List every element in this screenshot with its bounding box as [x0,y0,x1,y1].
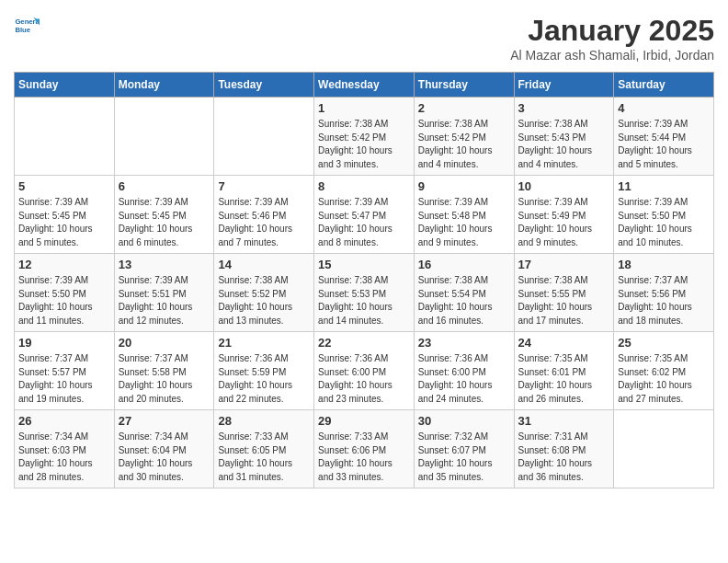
logo-icon: General Blue [14,14,40,40]
day-info: Sunrise: 7:36 AMSunset: 6:00 PMDaylight:… [318,352,410,406]
header-row: SundayMondayTuesdayWednesdayThursdayFrid… [15,73,714,98]
day-number: 28 [218,414,310,428]
day-number: 14 [218,258,310,271]
calendar-cell: 5Sunrise: 7:39 AMSunset: 5:45 PMDaylight… [15,176,115,254]
day-info: Sunrise: 7:33 AMSunset: 6:06 PMDaylight:… [318,431,410,484]
calendar-cell: 2Sunrise: 7:38 AMSunset: 5:42 PMDaylight… [414,98,514,176]
calendar-cell: 1Sunrise: 7:38 AMSunset: 5:42 PMDaylight… [314,98,415,176]
day-number: 10 [518,179,610,193]
weekday-header: Sunday [15,73,115,98]
calendar-cell: 31Sunrise: 7:31 AMSunset: 6:08 PMDayligh… [514,410,614,488]
title-block: January 2025 Al Mazar ash Shamali, Irbid… [510,14,714,63]
calendar-cell: 21Sunrise: 7:36 AMSunset: 5:59 PMDayligh… [214,332,314,410]
day-info: Sunrise: 7:38 AMSunset: 5:55 PMDaylight:… [518,274,610,327]
day-info: Sunrise: 7:39 AMSunset: 5:45 PMDaylight:… [18,196,110,249]
calendar-title: January 2025 [510,14,714,48]
day-info: Sunrise: 7:38 AMSunset: 5:42 PMDaylight:… [318,118,410,171]
day-number: 6 [119,179,210,193]
day-number: 25 [618,336,710,350]
weekday-header: Monday [114,73,214,98]
day-info: Sunrise: 7:38 AMSunset: 5:43 PMDaylight:… [518,118,610,171]
calendar-cell: 4Sunrise: 7:39 AMSunset: 5:44 PMDaylight… [614,98,714,176]
weekday-header: Thursday [414,73,514,98]
day-number: 24 [518,336,610,350]
calendar-week-row: 1Sunrise: 7:38 AMSunset: 5:42 PMDaylight… [15,98,714,176]
calendar-cell: 28Sunrise: 7:33 AMSunset: 6:05 PMDayligh… [214,410,314,488]
calendar-cell: 30Sunrise: 7:32 AMSunset: 6:07 PMDayligh… [414,410,514,488]
calendar-cell: 3Sunrise: 7:38 AMSunset: 5:43 PMDaylight… [514,98,614,176]
day-number: 9 [418,179,510,193]
calendar-cell: 9Sunrise: 7:39 AMSunset: 5:48 PMDaylight… [414,176,514,254]
calendar-cell: 19Sunrise: 7:37 AMSunset: 5:57 PMDayligh… [15,332,115,410]
day-info: Sunrise: 7:36 AMSunset: 6:00 PMDaylight:… [418,352,510,406]
calendar-cell [214,98,314,176]
day-info: Sunrise: 7:39 AMSunset: 5:47 PMDaylight:… [318,196,410,249]
day-info: Sunrise: 7:39 AMSunset: 5:50 PMDaylight:… [618,196,710,249]
calendar-cell: 17Sunrise: 7:38 AMSunset: 5:55 PMDayligh… [514,254,614,332]
day-number: 4 [618,101,710,115]
day-info: Sunrise: 7:38 AMSunset: 5:52 PMDaylight:… [218,274,310,327]
calendar-week-row: 5Sunrise: 7:39 AMSunset: 5:45 PMDaylight… [15,176,714,254]
day-info: Sunrise: 7:32 AMSunset: 6:07 PMDaylight:… [418,431,510,484]
calendar-cell [114,98,214,176]
calendar-cell: 26Sunrise: 7:34 AMSunset: 6:03 PMDayligh… [15,410,115,488]
calendar-cell: 29Sunrise: 7:33 AMSunset: 6:06 PMDayligh… [314,410,415,488]
day-info: Sunrise: 7:39 AMSunset: 5:50 PMDaylight:… [18,274,110,327]
day-number: 19 [18,336,110,350]
calendar-cell: 22Sunrise: 7:36 AMSunset: 6:00 PMDayligh… [314,332,415,410]
day-number: 3 [518,101,610,115]
day-info: Sunrise: 7:34 AMSunset: 6:04 PMDaylight:… [119,431,210,484]
day-info: Sunrise: 7:39 AMSunset: 5:49 PMDaylight:… [518,196,610,249]
calendar-cell: 14Sunrise: 7:38 AMSunset: 5:52 PMDayligh… [214,254,314,332]
calendar-week-row: 12Sunrise: 7:39 AMSunset: 5:50 PMDayligh… [15,254,714,332]
day-info: Sunrise: 7:31 AMSunset: 6:08 PMDaylight:… [518,431,610,484]
logo: General Blue [14,14,40,40]
day-info: Sunrise: 7:39 AMSunset: 5:45 PMDaylight:… [119,196,210,249]
calendar-cell: 11Sunrise: 7:39 AMSunset: 5:50 PMDayligh… [614,176,714,254]
day-info: Sunrise: 7:39 AMSunset: 5:46 PMDaylight:… [218,196,310,249]
day-number: 15 [318,258,410,271]
calendar-cell: 13Sunrise: 7:39 AMSunset: 5:51 PMDayligh… [114,254,214,332]
day-info: Sunrise: 7:39 AMSunset: 5:51 PMDaylight:… [119,274,210,327]
day-number: 17 [518,258,610,271]
day-info: Sunrise: 7:38 AMSunset: 5:42 PMDaylight:… [418,118,510,171]
day-info: Sunrise: 7:37 AMSunset: 5:56 PMDaylight:… [618,274,710,327]
calendar-cell: 8Sunrise: 7:39 AMSunset: 5:47 PMDaylight… [314,176,415,254]
weekday-header: Saturday [614,73,714,98]
weekday-header: Wednesday [314,73,415,98]
calendar-week-row: 19Sunrise: 7:37 AMSunset: 5:57 PMDayligh… [15,332,714,410]
day-number: 18 [618,258,710,271]
calendar-cell: 7Sunrise: 7:39 AMSunset: 5:46 PMDaylight… [214,176,314,254]
svg-text:Blue: Blue [15,26,30,34]
day-number: 11 [618,179,710,193]
day-number: 26 [18,414,110,428]
day-info: Sunrise: 7:35 AMSunset: 6:02 PMDaylight:… [618,352,710,406]
day-number: 31 [518,414,610,428]
day-info: Sunrise: 7:36 AMSunset: 5:59 PMDaylight:… [218,352,310,406]
weekday-header: Friday [514,73,614,98]
day-info: Sunrise: 7:39 AMSunset: 5:44 PMDaylight:… [618,118,710,171]
calendar-table: SundayMondayTuesdayWednesdayThursdayFrid… [14,72,714,488]
day-number: 5 [18,179,110,193]
calendar-subtitle: Al Mazar ash Shamali, Irbid, Jordan [510,48,714,63]
weekday-header: Tuesday [214,73,314,98]
calendar-cell: 16Sunrise: 7:38 AMSunset: 5:54 PMDayligh… [414,254,514,332]
calendar-cell: 23Sunrise: 7:36 AMSunset: 6:00 PMDayligh… [414,332,514,410]
day-number: 29 [318,414,410,428]
calendar-cell: 10Sunrise: 7:39 AMSunset: 5:49 PMDayligh… [514,176,614,254]
day-number: 7 [218,179,310,193]
calendar-cell: 15Sunrise: 7:38 AMSunset: 5:53 PMDayligh… [314,254,415,332]
calendar-cell: 18Sunrise: 7:37 AMSunset: 5:56 PMDayligh… [614,254,714,332]
day-number: 1 [318,101,410,115]
calendar-week-row: 26Sunrise: 7:34 AMSunset: 6:03 PMDayligh… [15,410,714,488]
day-info: Sunrise: 7:33 AMSunset: 6:05 PMDaylight:… [218,431,310,484]
calendar-cell: 6Sunrise: 7:39 AMSunset: 5:45 PMDaylight… [114,176,214,254]
day-number: 2 [418,101,510,115]
day-number: 16 [418,258,510,271]
calendar-cell: 25Sunrise: 7:35 AMSunset: 6:02 PMDayligh… [614,332,714,410]
calendar-header: General Blue January 2025 Al Mazar ash S… [14,14,714,63]
day-number: 22 [318,336,410,350]
day-info: Sunrise: 7:38 AMSunset: 5:54 PMDaylight:… [418,274,510,327]
day-number: 20 [119,336,210,350]
day-number: 12 [18,258,110,271]
